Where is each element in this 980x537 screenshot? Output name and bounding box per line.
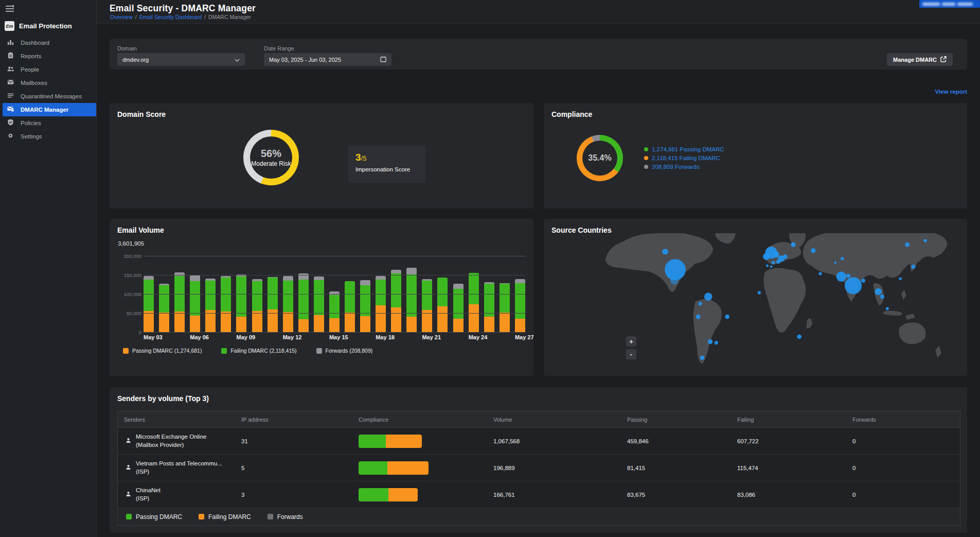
map-zoom-out-button[interactable]: -	[626, 349, 636, 359]
country-bubble[interactable]	[725, 315, 729, 319]
compliance-legend-item[interactable]: 1,274,681 Passing DMARC	[644, 146, 724, 152]
volume-legend-item[interactable]: Passing DMARC (1,274,681)	[123, 348, 202, 354]
volume-legend-item[interactable]: Forwards (208,809)	[316, 348, 373, 354]
country-bubble[interactable]	[911, 265, 915, 269]
sidebar-item-reports[interactable]: Reports	[0, 49, 96, 63]
sidebar-item-mailboxes[interactable]: Mailboxes	[0, 76, 96, 90]
country-bubble[interactable]	[704, 292, 712, 301]
volume-bar[interactable]	[159, 284, 169, 332]
x-axis-label: May 03	[144, 334, 154, 340]
domain-score-donut[interactable]: 56% Moderate Risk	[243, 130, 299, 185]
country-bubble[interactable]	[836, 272, 846, 282]
volume-bar[interactable]	[437, 278, 448, 332]
country-bubble[interactable]	[670, 276, 679, 285]
sidebar-collapse-icon[interactable]	[5, 5, 15, 14]
country-bubble[interactable]	[875, 288, 882, 296]
volume-bar[interactable]	[406, 268, 417, 332]
breadcrumb-item[interactable]: Overview	[110, 14, 133, 20]
country-bubble[interactable]	[846, 274, 850, 278]
account-badge[interactable]	[919, 0, 980, 8]
bar-segment-passing	[236, 317, 246, 332]
legend-square-icon	[123, 348, 129, 354]
country-bubble[interactable]	[766, 264, 769, 267]
country-bubble[interactable]	[791, 242, 795, 247]
volume-bar[interactable]	[376, 276, 386, 332]
country-bubble[interactable]	[708, 339, 712, 344]
country-bubble[interactable]	[899, 278, 901, 280]
sidebar-item-dashboard[interactable]: Dashboard	[0, 36, 96, 49]
breadcrumb-item[interactable]: Email Security Dashboard	[139, 14, 202, 20]
volume-bar[interactable]	[190, 275, 200, 332]
volume-bar[interactable]	[268, 277, 278, 332]
sidebar-item-dmarc-manager[interactable]: DMARC Manager	[3, 103, 96, 116]
volume-bar[interactable]	[391, 270, 401, 332]
column-header: Passing	[621, 417, 731, 423]
country-bubble[interactable]	[845, 277, 862, 294]
country-bubble[interactable]	[811, 248, 815, 253]
impersonation-score-value: 3	[355, 152, 361, 163]
volume-bar[interactable]	[174, 272, 185, 332]
volume-bar[interactable]	[500, 283, 510, 332]
volume-bar[interactable]	[345, 281, 355, 332]
column-header: Failing	[731, 417, 846, 423]
country-bubble[interactable]	[861, 279, 865, 283]
volume-bar[interactable]	[221, 276, 231, 332]
volume-bar[interactable]	[484, 282, 494, 332]
country-bubble[interactable]	[924, 239, 927, 242]
map-zoom-in-button[interactable]: +	[626, 336, 636, 347]
date-range-input[interactable]: May 03, 2025 - Jun 03, 2025	[264, 53, 391, 66]
country-bubble[interactable]	[700, 356, 705, 360]
domain-select[interactable]: dmdev.org	[117, 53, 245, 66]
view-report-link[interactable]: View report	[935, 89, 967, 95]
gridline	[144, 275, 525, 275]
legend-dot-icon	[644, 165, 648, 169]
sidebar-item-settings[interactable]: Settings	[0, 130, 96, 143]
country-bubble[interactable]	[772, 261, 775, 265]
country-bubble[interactable]	[696, 315, 701, 319]
country-bubble[interactable]	[662, 249, 668, 255]
volume-bar[interactable]	[298, 273, 309, 332]
volume-bar[interactable]	[469, 273, 479, 332]
country-bubble[interactable]	[763, 253, 770, 260]
country-bubble[interactable]	[818, 272, 822, 275]
country-bubble[interactable]	[758, 291, 761, 294]
x-axis-label: May 21	[422, 334, 432, 340]
compliance-legend-item[interactable]: 208,809 Forwards	[644, 164, 724, 170]
country-bubble[interactable]	[783, 254, 788, 259]
volume-bar[interactable]	[283, 276, 293, 332]
volume-bar[interactable]	[453, 284, 464, 332]
compliance-legend-item[interactable]: 2,118,415 Failing DMARC	[644, 155, 724, 161]
volume-bar[interactable]	[515, 279, 525, 332]
country-bubble[interactable]	[905, 242, 910, 247]
manage-dmarc-button[interactable]: Manage DMARC	[887, 53, 953, 66]
volume-legend-item[interactable]: Failing DMARC (2,118,415)	[221, 348, 296, 354]
compliance-donut[interactable]: 35.4%	[577, 135, 623, 181]
country-bubble[interactable]	[880, 295, 884, 299]
volume-bar[interactable]	[314, 276, 324, 332]
country-bubble[interactable]	[886, 307, 889, 310]
country-bubble[interactable]	[699, 302, 702, 305]
volume-bar[interactable]	[144, 276, 154, 332]
volume-bar[interactable]	[252, 279, 262, 332]
country-bubble[interactable]	[834, 262, 836, 264]
volume-bar[interactable]	[205, 279, 216, 332]
sidebar-item-people[interactable]: People	[0, 63, 96, 76]
country-bubble[interactable]	[715, 341, 718, 344]
country-bubble[interactable]	[797, 335, 801, 339]
y-axis-tick: 0	[139, 330, 141, 335]
legend-dot-icon	[644, 147, 648, 151]
country-bubble[interactable]	[770, 266, 773, 268]
volume-bar[interactable]	[360, 280, 370, 332]
country-bubble[interactable]	[841, 257, 844, 260]
country-bubble[interactable]	[776, 259, 780, 264]
country-bubble[interactable]	[773, 252, 779, 258]
volume-bar[interactable]	[329, 291, 340, 332]
volume-bar[interactable]	[422, 279, 432, 332]
column-header: Compliance	[352, 417, 487, 423]
gridline	[144, 332, 525, 333]
sidebar-item-policies[interactable]: Policies	[0, 116, 96, 130]
cell-ip: 3	[235, 492, 352, 498]
volume-bar[interactable]	[236, 274, 246, 332]
legend-text: 1,274,681 Passing DMARC	[652, 146, 724, 152]
sidebar-item-quarantined-messages[interactable]: Quarantined Messages	[0, 90, 96, 103]
